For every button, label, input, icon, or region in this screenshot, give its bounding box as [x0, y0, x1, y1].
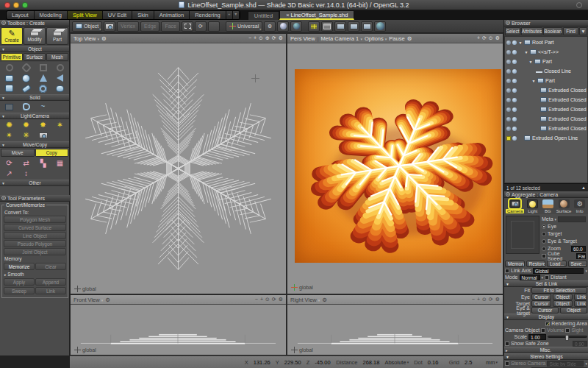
pause-button[interactable]: Pause — [389, 35, 404, 42]
target-object-button[interactable]: Object — [553, 300, 573, 307]
tree-row[interactable]: ▼ <<s/T->> — [505, 47, 587, 57]
restore-button[interactable]: Restore — [526, 261, 546, 267]
rotated-body-tool-icon[interactable] — [18, 63, 35, 73]
camera-preview[interactable] — [506, 216, 539, 254]
tab-skin[interactable]: Skin — [132, 11, 154, 19]
visibility-toggle[interactable] — [506, 79, 511, 83]
tab-surface[interactable]: Surface — [24, 53, 46, 61]
aggregate-tab-light[interactable]: Light — [526, 199, 539, 213]
tab-uv-edit[interactable]: UV Edit — [103, 11, 132, 19]
aggregate-tab-surface[interactable]: Surface — [556, 199, 572, 213]
rotate-select-button[interactable]: ⟳ — [195, 21, 207, 32]
convert-joint-object-button[interactable]: Joint Object — [4, 248, 66, 255]
tree-row[interactable]: ▼ Root Part — [505, 38, 587, 47]
render-toggle[interactable] — [512, 98, 517, 102]
view-gear-icon[interactable]: ⚙ — [105, 297, 110, 303]
visibility-toggle[interactable] — [506, 40, 511, 45]
coordinate-mode-dropdown[interactable]: Absolute▾ — [384, 359, 409, 366]
point-light-tool-icon[interactable]: ✺ — [1, 120, 18, 130]
zoom-radio[interactable] — [542, 247, 546, 251]
distant-checkbox[interactable] — [545, 275, 549, 280]
pers-viewport-canvas[interactable]: global — [287, 43, 503, 294]
browser-tab-select[interactable]: Select — [505, 27, 520, 35]
shear-tool-icon[interactable]: ↕ — [18, 169, 35, 179]
face-mode-button[interactable]: Face — [161, 21, 180, 32]
lasso-select-button[interactable] — [208, 21, 220, 32]
light-camera-section-header[interactable]: ▼ Light/Camera — [0, 113, 69, 119]
workspace-add-button[interactable]: + — [226, 11, 233, 19]
visibility-toggle[interactable] — [506, 88, 511, 93]
view-gear-icon[interactable]: ⚙ — [322, 297, 327, 303]
doc-tab-untitled[interactable]: Untitled — [248, 11, 279, 20]
grid-toggle-button[interactable] — [321, 21, 333, 32]
tree-row[interactable]: Closed Line — [505, 66, 587, 76]
panel-close-icon[interactable]: × — [1, 196, 6, 200]
expand-arrow[interactable]: ▼ — [531, 79, 536, 83]
sweep-button[interactable]: Sweep — [4, 287, 35, 294]
tree-row[interactable]: Extruded Closed — [505, 95, 587, 105]
pan-icon[interactable]: ⊕ — [265, 35, 270, 41]
meta-field[interactable] — [558, 216, 586, 222]
scale-slider[interactable] — [548, 336, 587, 338]
save-button[interactable]: Save... — [568, 261, 588, 267]
visibility-toggle[interactable] — [506, 127, 511, 131]
zoom-in-icon[interactable]: + — [477, 297, 480, 302]
view-gear-icon[interactable]: ⚙ — [101, 35, 107, 42]
stereo-section-header[interactable]: ▼ Stereo Settings — [504, 353, 588, 360]
tree-row[interactable]: Extruded Closed — [505, 105, 587, 114]
target-link-button[interactable]: Link — [574, 300, 587, 307]
display-section-header[interactable]: ▼ Display — [504, 314, 588, 320]
ambient-light-tool-icon[interactable]: ✳ — [18, 130, 35, 141]
view-settings-icon[interactable]: ⚙ — [279, 297, 283, 302]
expand-arrow[interactable]: ▼ — [518, 40, 523, 45]
tree-row[interactable]: Extruded Closed — [505, 85, 587, 95]
duplicate-tool-icon[interactable]: ▚ — [35, 158, 51, 169]
orbit-icon[interactable]: ⟳ — [482, 35, 487, 41]
tab-modeling[interactable]: Modeling — [35, 11, 68, 19]
visibility-toggle[interactable] — [506, 107, 511, 112]
directional-light-tool-icon[interactable]: ✸ — [35, 120, 51, 130]
close-tab-icon[interactable]: × — [286, 12, 289, 18]
camera-select-dropdown[interactable]: Meta Camera 1 ▾ — [321, 35, 362, 42]
render-toggle[interactable] — [512, 136, 517, 141]
tab-split-view[interactable]: Split View — [68, 11, 103, 19]
zoom-out-icon[interactable]: − — [255, 297, 258, 302]
mirror-copy-tool-icon[interactable]: ⇄ — [18, 158, 35, 169]
tab-mesh[interactable]: Mesh — [46, 53, 68, 61]
array-copy-tool-icon[interactable]: ▦ — [51, 158, 68, 169]
vertex-mode-button[interactable]: Vertex — [117, 21, 139, 32]
render-toggle[interactable] — [512, 79, 517, 83]
zoom-in-icon[interactable]: + — [254, 35, 257, 41]
view-settings-icon[interactable]: ⚙ — [279, 35, 283, 41]
spotlight-tool-icon[interactable]: ✹ — [18, 120, 35, 130]
object-section-header[interactable]: ▼ Object — [0, 46, 69, 52]
aggregate-tab-bg[interactable]: BG — [541, 199, 555, 213]
cylinder-tool-icon[interactable] — [18, 83, 35, 93]
rendering-area-checkbox[interactable]: ✓ — [545, 322, 550, 326]
append-button[interactable]: Append — [35, 278, 66, 286]
move-copy-section-header[interactable]: ▼ Move/Copy — [0, 141, 69, 148]
view-type-dropdown[interactable]: Top View ▾ — [74, 35, 99, 42]
render-toggle[interactable] — [512, 60, 517, 64]
preview-render-button[interactable] — [374, 21, 386, 32]
visibility-toggle[interactable] — [506, 117, 511, 121]
view-gear-icon[interactable]: ⚙ — [407, 35, 412, 42]
target-radio[interactable] — [542, 232, 546, 236]
linear-light-tool-icon[interactable]: ✴ — [1, 130, 18, 141]
misc-section-header[interactable]: ▸ Misc. — [504, 347, 588, 353]
fit-icon[interactable]: ⊙ — [265, 297, 270, 302]
pivot-button[interactable] — [277, 21, 289, 32]
scale-field[interactable]: 1.00 — [528, 334, 546, 340]
eye-object-button[interactable]: Object — [553, 294, 573, 300]
visibility-toggle[interactable] — [506, 98, 511, 102]
chevron-down-icon[interactable]: ▾ — [555, 217, 557, 222]
tree-row[interactable]: ▼ Part — [505, 76, 587, 85]
view-settings-icon[interactable]: ⚙ — [495, 297, 500, 302]
create-mode-button[interactable]: ✎ Create — [1, 27, 23, 45]
cube-speed-checkbox[interactable] — [542, 254, 546, 258]
fit-icon[interactable]: ⊙ — [259, 35, 263, 41]
wedge-tool-icon[interactable] — [51, 73, 68, 83]
zoom-in-icon[interactable]: + — [260, 297, 263, 302]
view-settings-icon[interactable]: ⚙ — [495, 35, 500, 41]
eye-target-cursor-button[interactable]: Cursor — [531, 307, 559, 314]
